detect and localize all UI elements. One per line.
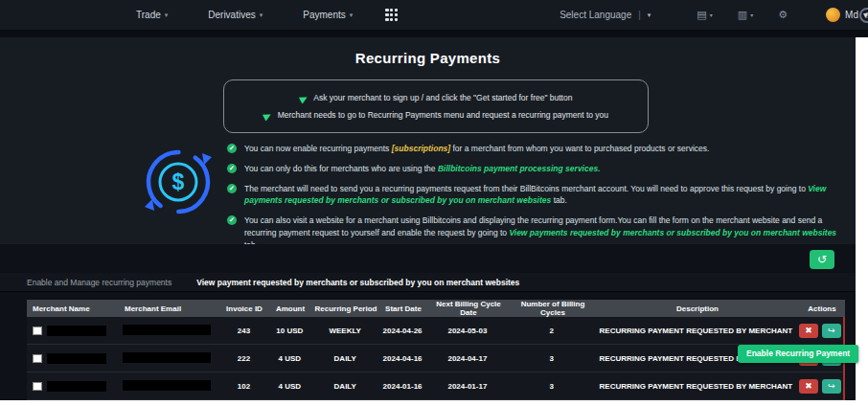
col-merchant-email: Merchant Email [123, 304, 220, 313]
period-cell: DAILY [311, 354, 378, 363]
cancel-payment-button[interactable]: ✖ [799, 324, 818, 338]
nav-item-trade[interactable]: Trade ▾ [136, 10, 168, 20]
enable-payment-button[interactable]: ↪ [822, 379, 841, 394]
cycles-cell: 3 [509, 382, 595, 391]
apps-grid-icon[interactable] [385, 9, 398, 21]
col-next-billing-cycle: Next Billing Cycle Date [427, 300, 510, 317]
redacted-merchant-name [47, 353, 106, 364]
orders-icon: ▥ [738, 9, 747, 21]
amount-cell: 4 USD [267, 382, 311, 391]
row-checkbox[interactable] [33, 354, 42, 363]
app-window: Trade ▾ Derivatives ▾ Payments ▾ Select … [0, 0, 868, 406]
enable-recurring-tooltip: Enable Recurring Payment [738, 345, 858, 363]
table-header-row: Merchant Name Merchant Email Invoice ID … [27, 300, 845, 317]
nav-item-payments[interactable]: Payments ▾ [303, 10, 353, 20]
start-date-cell: 2024-01-16 [378, 382, 426, 391]
language-label: Select Language [560, 10, 631, 20]
bullet-text: You can now enable recurring payments [s… [244, 143, 709, 155]
cycles-cell: 2 [509, 327, 595, 335]
redacted-merchant-email [123, 325, 211, 335]
divider: | [638, 10, 641, 20]
paper-plane-icon: ▶ [297, 91, 308, 103]
list-item: ✓ You can only do this for merchants who… [227, 163, 850, 175]
onboarding-step: ▶ Ask your merchant to sign up / and cli… [236, 93, 636, 103]
nav-item-label: Payments [303, 10, 345, 20]
period-cell: WEEKLY [311, 327, 378, 335]
nav-item-label: Derivatives [208, 10, 255, 20]
next-billing-cell: 2024-04-17 [426, 354, 509, 363]
redacted-merchant-name [47, 381, 106, 392]
gear-icon: ⚙ [778, 9, 788, 21]
page-title: Recurring Payments [0, 37, 856, 66]
actions-cell: ✖ ↪ [797, 379, 843, 394]
invoice-id-cell: 102 [220, 382, 268, 391]
chevron-down-icon: ▾ [350, 11, 354, 19]
next-billing-cell: 2024-05-03 [426, 327, 509, 335]
tab-enable-manage[interactable]: Enable and Manage recurring payments [27, 278, 171, 287]
check-icon: ✓ [227, 144, 237, 153]
header-divider [0, 30, 868, 37]
row-checkbox[interactable] [33, 382, 42, 391]
wallet-menu[interactable]: ▤ ▾ [697, 9, 712, 21]
step-text: Merchant needs to go to Recurring Paymen… [278, 110, 608, 120]
chevron-down-icon: ▾ [710, 11, 713, 18]
settings-button[interactable]: ⚙ [778, 9, 788, 21]
language-selector[interactable]: Select Language | ▾ [560, 10, 651, 20]
nav-item-derivatives[interactable]: Derivatives ▾ [208, 10, 263, 20]
table-row: 222 4 USD DAILY 2024-04-16 2024-04-17 3 … [27, 345, 843, 372]
top-nav: Trade ▾ Derivatives ▾ Payments ▾ Select … [0, 0, 868, 30]
col-invoice-id: Invoice ID [220, 304, 268, 313]
chevron-down-icon: ▾ [750, 11, 753, 18]
col-recurring-period: Recurring Period [312, 304, 379, 313]
nav-item-label: Trade [136, 10, 161, 20]
row-checkbox[interactable] [33, 327, 42, 335]
list-item: ✓ You can now enable recurring payments … [227, 143, 850, 155]
payments-section: ↺ Enable and Manage recurring payments V… [0, 244, 856, 400]
help-icon[interactable]: ? [859, 8, 868, 23]
list-item: ✓ The merchant will need to send you a r… [227, 183, 850, 208]
chevron-down-icon: ▾ [648, 11, 651, 19]
paper-plane-icon: ▶ [262, 108, 273, 121]
col-start-date: Start Date [379, 304, 427, 313]
tab-view-requested[interactable]: View payment requested by merchants or s… [196, 278, 519, 287]
chevron-down-icon: ▾ [165, 11, 169, 19]
svg-text:$: $ [172, 169, 185, 194]
actions-cell: ✖ ↪ [797, 324, 843, 338]
amount-cell: 4 USD [267, 354, 311, 363]
onboarding-info-box: ▶ Ask your merchant to sign up / and cli… [223, 79, 649, 133]
bullet-text: You can only do this for merchants who a… [244, 163, 601, 175]
table-row: 102 4 USD DAILY 2024-01-16 2024-01-17 3 … [27, 372, 843, 400]
redacted-merchant-name [47, 326, 106, 336]
onboarding-step: ▶ Merchant needs to go to Recurring Paym… [236, 110, 636, 121]
bullet-text: The merchant will need to send you a rec… [244, 183, 850, 208]
check-icon: ✓ [227, 215, 237, 225]
tab-bar: Enable and Manage recurring payments Vie… [0, 273, 856, 292]
description-cell: RECURRING PAYMENT REQUESTED BY MERCHANT [595, 382, 798, 391]
redacted-merchant-email [123, 380, 211, 391]
table-row: 243 10 USD WEEKLY 2024-04-26 2024-05-03 … [27, 317, 843, 345]
col-description: Description [596, 304, 799, 313]
description-cell: RECURRING PAYMENT REQUESTED BY MERCHANT [595, 327, 798, 335]
enable-payment-button[interactable]: ↪ [822, 324, 841, 338]
user-name: Md [845, 10, 858, 20]
redacted-merchant-email [123, 352, 211, 363]
period-cell: DAILY [311, 382, 378, 391]
recurring-payments-table: Merchant Name Merchant Email Invoice ID … [27, 300, 845, 400]
start-date-cell: 2024-04-26 [378, 327, 426, 335]
amount-cell: 10 USD [267, 327, 311, 335]
col-merchant-name: Merchant Name [27, 304, 123, 313]
start-date-cell: 2024-04-16 [378, 354, 426, 363]
chevron-down-icon: ▾ [260, 11, 263, 19]
refresh-button[interactable]: ↺ [810, 250, 834, 269]
avatar[interactable] [826, 8, 840, 22]
cycles-cell: 3 [509, 354, 595, 363]
orders-menu[interactable]: ▥ ▾ [738, 9, 753, 21]
col-number-of-cycles: Number of Billing Cycles [510, 300, 596, 317]
table-body: 243 10 USD WEEKLY 2024-04-26 2024-05-03 … [27, 317, 845, 400]
feature-bullet-list: ✓ You can now enable recurring payments … [227, 143, 850, 251]
cancel-payment-button[interactable]: ✖ [799, 379, 818, 394]
col-actions: Actions [799, 304, 845, 313]
wallet-icon: ▤ [697, 9, 706, 21]
main-panel: Recurring Payments ▶ Ask your merchant t… [0, 37, 856, 400]
step-text: Ask your merchant to sign up / and click… [313, 93, 572, 102]
